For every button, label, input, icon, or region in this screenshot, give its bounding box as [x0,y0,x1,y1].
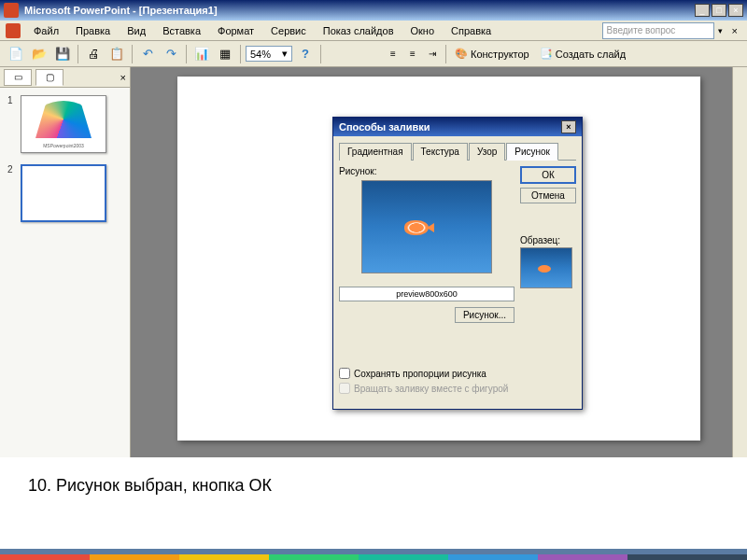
powerpoint-icon [4,3,19,18]
ok-button[interactable]: ОК [520,166,576,184]
view-tabstrip: ▭ ▢ × [0,67,130,88]
rotate-fill-checkbox: Вращать заливку вместе с фигурой [339,383,514,394]
undo-icon[interactable]: ↶ [137,44,158,64]
sample-label: Образец: [520,235,576,245]
sample-preview [520,247,572,288]
thumbnail-1[interactable]: 1 MSPowerpoint2003 [7,95,122,153]
fill-effects-dialog: Способы заливки × Градиентная Текстура У… [332,117,583,410]
bullets-icon[interactable]: ≡ [385,48,402,61]
print-icon[interactable]: 🖨 [83,44,104,64]
fish-graphic [404,220,429,235]
save-icon[interactable]: 💾 [52,44,73,64]
keep-ratio-input[interactable] [339,368,350,379]
thumb-num-2: 2 [7,164,17,222]
minimize-button[interactable]: _ [695,4,710,17]
cancel-button[interactable]: Отмена [520,188,576,203]
tab-texture[interactable]: Текстура [413,143,468,161]
color-strip [0,554,747,560]
close-button[interactable]: × [728,4,743,17]
constructor-button[interactable]: 🎨Конструктор [451,46,533,62]
menu-help[interactable]: Справка [444,23,499,38]
doc-icon [6,23,21,38]
copy-icon[interactable]: 📋 [106,44,127,64]
menu-slideshow[interactable]: Показ слайдов [316,23,402,38]
dialog-close-button[interactable]: × [561,120,576,133]
help-icon[interactable]: ? [295,44,316,64]
table-icon[interactable]: ▦ [215,44,235,64]
doc-close-button[interactable]: × [728,25,741,36]
preview-filename: preview800x600 [339,287,514,301]
thumb1-caption: MSPowerpoint2003 [21,143,106,148]
help-dropdown-icon[interactable]: ▾ [718,26,723,35]
menubar: Файл Правка Вид Вставка Формат Сервис По… [0,21,747,41]
menu-insert[interactable]: Вставка [155,23,208,38]
dialog-titlebar[interactable]: Способы заливки × [333,118,582,136]
menu-view[interactable]: Вид [120,23,153,38]
dialog-tabs: Градиентная Текстура Узор Рисунок [339,142,576,161]
new-doc-icon[interactable]: 📄 [6,44,26,64]
select-picture-button[interactable]: Рисунок... [455,307,514,323]
picture-label: Рисунок: [339,166,514,176]
menu-edit[interactable]: Правка [68,23,118,38]
toolbar: 📄 📂 💾 🖨 📋 ↶ ↷ 📊 ▦ 54%▾ ? ≡ ≡ ⇥ 🎨Конструк… [0,41,747,67]
panel-close-icon[interactable]: × [120,72,126,83]
zoom-select[interactable]: 54%▾ [246,46,292,62]
thumbnail-2[interactable]: 2 [7,164,122,222]
tab-gradient[interactable]: Градиентная [339,143,412,161]
new-slide-button[interactable]: 📑Создать слайд [536,46,629,62]
menu-format[interactable]: Формат [210,23,261,38]
vertical-scrollbar[interactable] [732,67,747,457]
menu-file[interactable]: Файл [26,23,66,38]
titlebar: Microsoft PowerPoint - [Презентация1] _ … [0,0,747,21]
slides-tab[interactable]: ▢ [35,69,63,86]
chart-icon[interactable]: 📊 [191,44,212,64]
color-fan-graphic [35,101,92,138]
redo-icon[interactable]: ↷ [161,44,181,64]
numbering-icon[interactable]: ≡ [404,48,421,61]
keep-ratio-checkbox[interactable]: Сохранять пропорции рисунка [339,368,514,379]
indent-icon[interactable]: ⇥ [424,48,441,61]
menu-window[interactable]: Окно [403,23,443,38]
menu-service[interactable]: Сервис [263,23,314,38]
outline-tab[interactable]: ▭ [4,69,32,86]
window-title: Microsoft PowerPoint - [Презентация1] [24,5,695,16]
thumbnail-panel: ▭ ▢ × 1 MSPowerpoint2003 2 [0,67,131,457]
dialog-title-text: Способы заливки [339,121,430,133]
picture-preview [361,180,492,273]
help-search-input[interactable]: Введите вопрос [602,22,714,39]
tab-picture[interactable]: Рисунок [506,143,558,161]
instruction-caption: 10. Рисунок выбран, кнопка ОК [0,457,747,514]
rotate-fill-input [339,383,350,394]
restore-button[interactable]: □ [712,4,726,17]
sample-fish-graphic [538,265,551,273]
open-icon[interactable]: 📂 [29,44,49,64]
thumb-num-1: 1 [7,95,17,153]
tab-pattern[interactable]: Узор [469,143,505,161]
